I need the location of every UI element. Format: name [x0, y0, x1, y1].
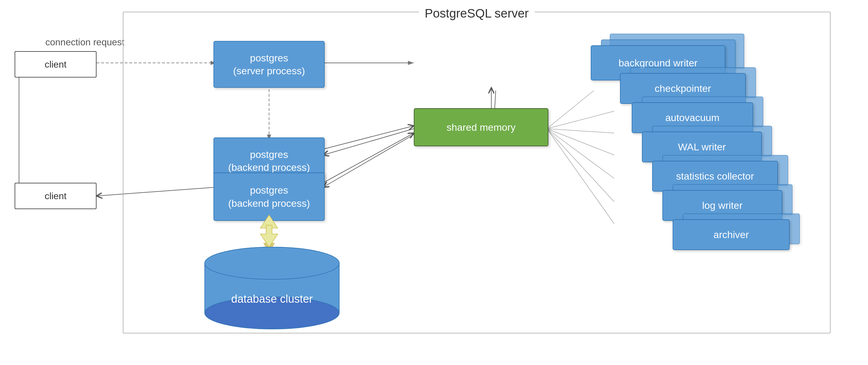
svg-text:connection request: connection request: [45, 37, 125, 48]
svg-marker-34: [260, 225, 278, 247]
client-top: client: [14, 51, 96, 78]
shared-memory: shared memory: [414, 108, 548, 146]
db-arrow: [254, 213, 284, 249]
archiver: archiver: [673, 219, 789, 250]
postgres-server-process: postgres(server process): [214, 41, 324, 88]
database-cluster-svg: database cluster: [193, 240, 351, 333]
client-bottom: client: [14, 183, 96, 209]
server-title: PostgreSQL server: [419, 6, 535, 21]
svg-point-31: [205, 247, 339, 279]
svg-text:database cluster: database cluster: [231, 293, 313, 305]
